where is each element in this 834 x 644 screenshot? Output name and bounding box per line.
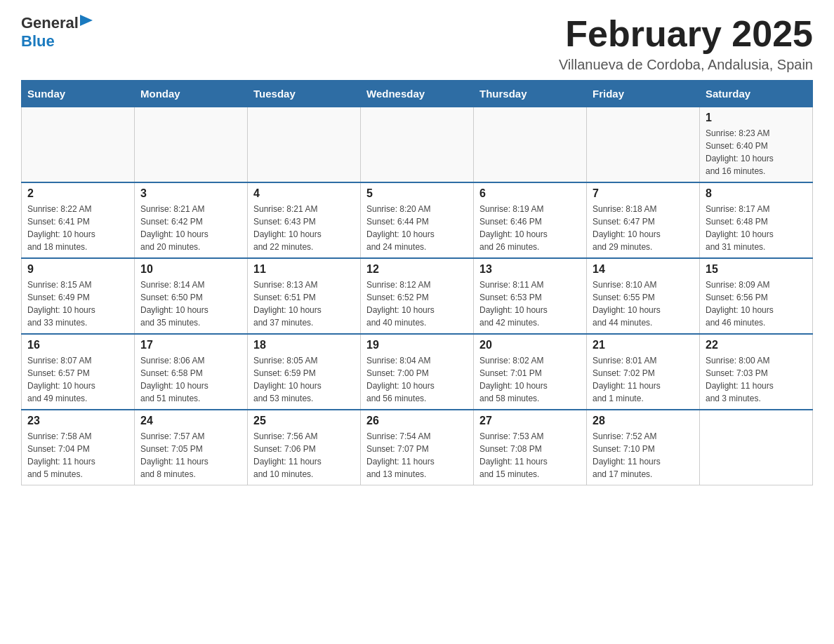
table-cell: 7Sunrise: 8:18 AMSunset: 6:47 PMDaylight… bbox=[587, 182, 700, 258]
day-info: Sunrise: 8:18 AMSunset: 6:47 PMDaylight:… bbox=[593, 203, 694, 253]
week-row-4: 16Sunrise: 8:07 AMSunset: 6:57 PMDayligh… bbox=[22, 334, 813, 410]
day-number: 18 bbox=[253, 339, 355, 351]
table-cell bbox=[361, 107, 474, 183]
day-number: 5 bbox=[366, 187, 468, 200]
col-header-monday: Monday bbox=[135, 81, 248, 107]
page-header: General Blue February 2025 Villanueva de… bbox=[21, 14, 813, 73]
table-cell bbox=[135, 107, 248, 183]
title-section: February 2025 Villanueva de Cordoba, And… bbox=[559, 14, 813, 73]
day-info: Sunrise: 8:04 AMSunset: 7:00 PMDaylight:… bbox=[366, 354, 468, 405]
day-number: 10 bbox=[140, 263, 241, 276]
table-cell: 28Sunrise: 7:52 AMSunset: 7:10 PMDayligh… bbox=[587, 410, 700, 485]
day-info: Sunrise: 7:56 AMSunset: 7:06 PMDaylight:… bbox=[253, 430, 355, 481]
day-number: 22 bbox=[706, 339, 807, 351]
table-cell: 22Sunrise: 8:00 AMSunset: 7:03 PMDayligh… bbox=[700, 334, 813, 410]
calendar-location: Villanueva de Cordoba, Andalusia, Spain bbox=[559, 57, 813, 73]
day-number: 8 bbox=[706, 187, 807, 200]
table-cell: 21Sunrise: 8:01 AMSunset: 7:02 PMDayligh… bbox=[587, 334, 700, 410]
table-cell bbox=[22, 107, 135, 183]
day-number: 2 bbox=[27, 187, 128, 200]
week-row-2: 2Sunrise: 8:22 AMSunset: 6:41 PMDaylight… bbox=[22, 182, 813, 258]
day-info: Sunrise: 8:15 AMSunset: 6:49 PMDaylight:… bbox=[27, 279, 128, 329]
day-info: Sunrise: 8:11 AMSunset: 6:53 PMDaylight:… bbox=[479, 279, 581, 329]
day-number: 25 bbox=[253, 415, 355, 427]
table-cell bbox=[474, 107, 587, 183]
day-number: 23 bbox=[27, 415, 128, 427]
day-info: Sunrise: 8:19 AMSunset: 6:46 PMDaylight:… bbox=[479, 203, 581, 253]
table-cell: 18Sunrise: 8:05 AMSunset: 6:59 PMDayligh… bbox=[248, 334, 361, 410]
day-number: 6 bbox=[479, 187, 581, 200]
day-info: Sunrise: 8:23 AMSunset: 6:40 PMDaylight:… bbox=[706, 127, 807, 177]
day-number: 14 bbox=[593, 263, 694, 276]
day-info: Sunrise: 7:58 AMSunset: 7:04 PMDaylight:… bbox=[27, 430, 128, 481]
week-row-3: 9Sunrise: 8:15 AMSunset: 6:49 PMDaylight… bbox=[22, 258, 813, 334]
day-number: 3 bbox=[140, 187, 241, 200]
day-info: Sunrise: 7:54 AMSunset: 7:07 PMDaylight:… bbox=[366, 430, 468, 481]
table-cell: 9Sunrise: 8:15 AMSunset: 6:49 PMDaylight… bbox=[22, 258, 135, 334]
day-info: Sunrise: 7:53 AMSunset: 7:08 PMDaylight:… bbox=[479, 430, 581, 481]
day-info: Sunrise: 8:20 AMSunset: 6:44 PMDaylight:… bbox=[366, 203, 468, 253]
day-number: 16 bbox=[27, 339, 128, 351]
day-info: Sunrise: 8:02 AMSunset: 7:01 PMDaylight:… bbox=[479, 354, 581, 405]
calendar-title: February 2025 bbox=[559, 14, 813, 54]
logo-general-text: General bbox=[21, 14, 79, 32]
table-cell: 13Sunrise: 8:11 AMSunset: 6:53 PMDayligh… bbox=[474, 258, 587, 334]
week-row-1: 1Sunrise: 8:23 AMSunset: 6:40 PMDaylight… bbox=[22, 107, 813, 183]
day-info: Sunrise: 8:22 AMSunset: 6:41 PMDaylight:… bbox=[27, 203, 128, 253]
day-info: Sunrise: 8:05 AMSunset: 6:59 PMDaylight:… bbox=[253, 354, 355, 405]
table-cell: 14Sunrise: 8:10 AMSunset: 6:55 PMDayligh… bbox=[587, 258, 700, 334]
day-number: 4 bbox=[253, 187, 355, 200]
table-cell: 19Sunrise: 8:04 AMSunset: 7:00 PMDayligh… bbox=[361, 334, 474, 410]
day-number: 11 bbox=[253, 263, 355, 276]
day-number: 17 bbox=[140, 339, 241, 351]
day-info: Sunrise: 8:14 AMSunset: 6:50 PMDaylight:… bbox=[140, 279, 241, 329]
day-number: 26 bbox=[366, 415, 468, 427]
day-info: Sunrise: 8:07 AMSunset: 6:57 PMDaylight:… bbox=[27, 354, 128, 405]
table-cell: 11Sunrise: 8:13 AMSunset: 6:51 PMDayligh… bbox=[248, 258, 361, 334]
day-number: 13 bbox=[479, 263, 581, 276]
table-cell: 16Sunrise: 8:07 AMSunset: 6:57 PMDayligh… bbox=[22, 334, 135, 410]
day-number: 28 bbox=[593, 415, 694, 427]
day-info: Sunrise: 8:17 AMSunset: 6:48 PMDaylight:… bbox=[706, 203, 807, 253]
calendar-table: Sunday Monday Tuesday Wednesday Thursday… bbox=[21, 80, 813, 485]
table-cell bbox=[587, 107, 700, 183]
day-number: 21 bbox=[593, 339, 694, 351]
table-cell: 5Sunrise: 8:20 AMSunset: 6:44 PMDaylight… bbox=[361, 182, 474, 258]
day-info: Sunrise: 8:06 AMSunset: 6:58 PMDaylight:… bbox=[140, 354, 241, 405]
day-info: Sunrise: 8:01 AMSunset: 7:02 PMDaylight:… bbox=[593, 354, 694, 405]
table-cell bbox=[700, 410, 813, 485]
day-info: Sunrise: 8:00 AMSunset: 7:03 PMDaylight:… bbox=[706, 354, 807, 405]
day-info: Sunrise: 7:57 AMSunset: 7:05 PMDaylight:… bbox=[140, 430, 241, 481]
table-cell bbox=[248, 107, 361, 183]
day-number: 12 bbox=[366, 263, 468, 276]
logo: General Blue bbox=[21, 14, 93, 51]
logo-flag-icon bbox=[80, 15, 93, 30]
day-number: 7 bbox=[593, 187, 694, 200]
day-info: Sunrise: 8:13 AMSunset: 6:51 PMDaylight:… bbox=[253, 279, 355, 329]
table-cell: 24Sunrise: 7:57 AMSunset: 7:05 PMDayligh… bbox=[135, 410, 248, 485]
col-header-friday: Friday bbox=[587, 81, 700, 107]
col-header-wednesday: Wednesday bbox=[361, 81, 474, 107]
col-header-thursday: Thursday bbox=[474, 81, 587, 107]
day-info: Sunrise: 8:10 AMSunset: 6:55 PMDaylight:… bbox=[593, 279, 694, 329]
calendar-header-row: Sunday Monday Tuesday Wednesday Thursday… bbox=[22, 81, 813, 107]
table-cell: 2Sunrise: 8:22 AMSunset: 6:41 PMDaylight… bbox=[22, 182, 135, 258]
logo-blue-text: Blue bbox=[21, 32, 55, 51]
day-number: 9 bbox=[27, 263, 128, 276]
day-number: 27 bbox=[479, 415, 581, 427]
svg-marker-0 bbox=[80, 15, 93, 26]
table-cell: 10Sunrise: 8:14 AMSunset: 6:50 PMDayligh… bbox=[135, 258, 248, 334]
day-number: 19 bbox=[366, 339, 468, 351]
col-header-tuesday: Tuesday bbox=[248, 81, 361, 107]
day-info: Sunrise: 7:52 AMSunset: 7:10 PMDaylight:… bbox=[593, 430, 694, 481]
col-header-sunday: Sunday bbox=[22, 81, 135, 107]
week-row-5: 23Sunrise: 7:58 AMSunset: 7:04 PMDayligh… bbox=[22, 410, 813, 485]
day-number: 20 bbox=[479, 339, 581, 351]
table-cell: 8Sunrise: 8:17 AMSunset: 6:48 PMDaylight… bbox=[700, 182, 813, 258]
table-cell: 23Sunrise: 7:58 AMSunset: 7:04 PMDayligh… bbox=[22, 410, 135, 485]
table-cell: 1Sunrise: 8:23 AMSunset: 6:40 PMDaylight… bbox=[700, 107, 813, 183]
day-info: Sunrise: 8:09 AMSunset: 6:56 PMDaylight:… bbox=[706, 279, 807, 329]
table-cell: 15Sunrise: 8:09 AMSunset: 6:56 PMDayligh… bbox=[700, 258, 813, 334]
day-number: 15 bbox=[706, 263, 807, 276]
col-header-saturday: Saturday bbox=[700, 81, 813, 107]
